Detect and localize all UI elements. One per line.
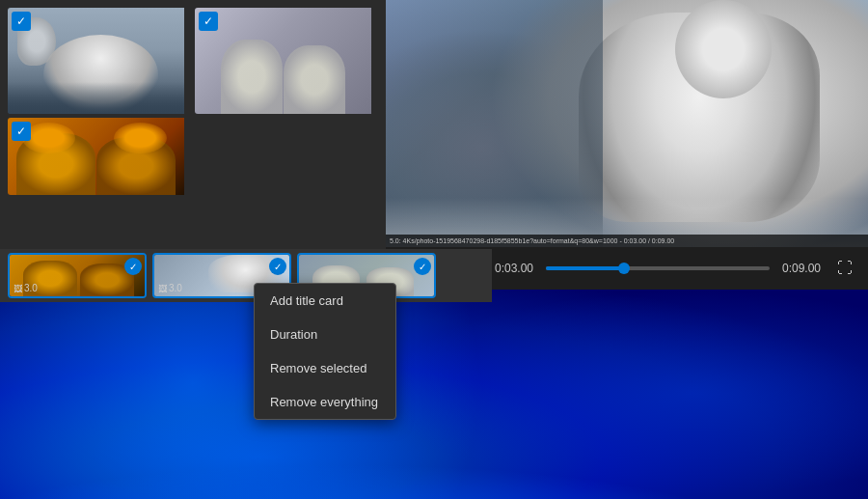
context-menu-add-title-card[interactable]: Add title card <box>255 284 395 318</box>
video-panel: 5.0: 4Ks/photo-1519568470298-d185f5855b1… <box>386 0 868 290</box>
timeline-item-tigers[interactable]: ✓ 🖼 3.0 <box>8 253 147 298</box>
video-preview-area: 5.0: 4Ks/photo-1519568470298-d185f5855b1… <box>386 0 868 247</box>
wallpaper-swirl <box>0 287 868 499</box>
wallpaper-background <box>0 287 868 499</box>
progress-thumb[interactable] <box>618 263 630 274</box>
wolf-image <box>8 8 184 114</box>
timeline-wolf-info: 🖼 3.0 <box>158 283 182 293</box>
timeline-strip: ✓ 🖼 3.0 ✓ 🖼 3.0 ✓ 🖼 3.0 <box>0 249 492 302</box>
progress-fill <box>546 266 624 270</box>
context-menu-remove-selected[interactable]: Remove selected <box>255 351 395 385</box>
timeline-wolf-duration: 3.0 <box>169 283 182 293</box>
current-time: 0:03.00 <box>490 262 538 275</box>
gallery-thumb-tigers[interactable]: ✓ <box>8 118 191 195</box>
video-caption: 5.0: 4Ks/photo-1519568470298-d185f5855b1… <box>386 235 868 247</box>
gallery-panel: ✓ ✓ ✓ <box>0 0 386 290</box>
cubs-image <box>195 8 371 114</box>
cubs-check-badge: ✓ <box>199 12 218 31</box>
timeline-tigers-info: 🖼 3.0 <box>14 283 38 293</box>
app-window: ✓ ✓ ✓ <box>0 0 868 290</box>
gallery-thumb-cubs[interactable]: ✓ <box>195 8 378 114</box>
timeline-wolf-check: ✓ <box>269 258 286 275</box>
context-menu-duration[interactable]: Duration <box>255 318 395 351</box>
image-icon-2: 🖼 <box>158 284 167 293</box>
timeline-tigers-duration: 3.0 <box>24 283 38 293</box>
fullscreen-button[interactable]: ⛶ <box>833 256 856 281</box>
tigers-image <box>8 118 184 195</box>
tigers-check-badge: ✓ <box>12 122 31 141</box>
context-menu-remove-everything[interactable]: Remove everything <box>255 385 395 419</box>
timeline-cubs-check: ✓ <box>414 258 431 275</box>
context-menu: Add title card Duration Remove selected … <box>254 283 396 420</box>
gallery-thumb-wolf[interactable]: ✓ <box>8 8 191 114</box>
video-frame <box>386 0 868 247</box>
image-icon: 🖼 <box>14 284 22 293</box>
progress-bar[interactable] <box>546 266 770 270</box>
total-time: 0:09.00 <box>777 262 826 275</box>
wolf-check-badge: ✓ <box>12 12 31 31</box>
timeline-tigers-check: ✓ <box>124 258 142 275</box>
